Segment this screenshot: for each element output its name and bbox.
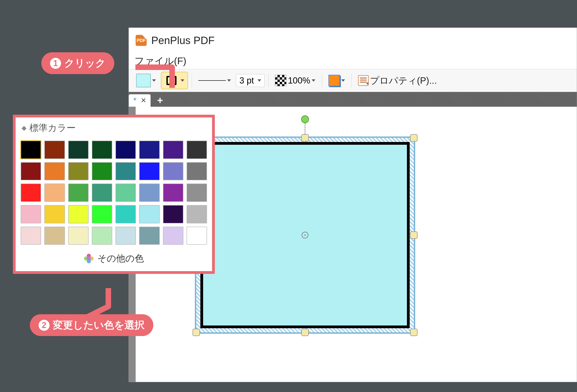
color-grid	[16, 138, 212, 247]
app-pdf-icon: PDF	[136, 35, 147, 46]
color-swatch[interactable]	[139, 184, 159, 202]
color-swatch[interactable]	[139, 227, 159, 245]
line-weight-value: 3 pt	[239, 76, 254, 86]
resize-handle-top-right[interactable]	[410, 134, 418, 141]
color-swatch[interactable]	[163, 162, 183, 181]
line-style-group[interactable]	[196, 71, 234, 90]
resize-handle-bottom-right[interactable]	[410, 329, 418, 336]
toolbar-separator	[268, 74, 269, 87]
color-swatch[interactable]	[92, 227, 112, 245]
callout-text-1: クリック	[64, 56, 106, 70]
chevron-down-icon[interactable]	[341, 79, 345, 82]
color-swatch[interactable]	[44, 184, 65, 202]
toolbar: 3 pt 100% プロパティ(P)...	[129, 69, 577, 92]
color-swatch[interactable]	[21, 141, 41, 159]
color-swatch[interactable]	[139, 205, 159, 223]
resize-handle-bottom-left[interactable]	[193, 329, 200, 336]
color-swatch[interactable]	[21, 227, 41, 245]
rotation-connector	[305, 123, 305, 134]
callout-number-2: 2	[38, 320, 50, 331]
chevron-down-icon	[257, 79, 261, 82]
color-swatch[interactable]	[187, 141, 207, 159]
blend-swatch-icon	[328, 75, 340, 86]
resize-handle-right[interactable]	[410, 231, 418, 239]
toolbar-separator	[322, 74, 322, 87]
tab-add-button[interactable]: +	[154, 94, 166, 107]
tabbar: * × +	[129, 92, 577, 107]
color-swatch[interactable]	[44, 227, 65, 245]
chevron-down-icon[interactable]	[227, 79, 231, 82]
opacity-checker-icon	[275, 75, 287, 86]
color-swatch[interactable]	[115, 205, 136, 223]
tab-dirty-mark: *	[133, 96, 136, 105]
color-swatch[interactable]	[44, 141, 65, 159]
color-swatch[interactable]	[68, 227, 89, 245]
color-picker-popup: ◆ 標準カラー その他の色	[13, 115, 215, 274]
color-swatch[interactable]	[21, 162, 41, 181]
color-swatch[interactable]	[163, 141, 183, 159]
color-swatch[interactable]	[187, 205, 207, 223]
selected-shape[interactable]	[195, 136, 415, 334]
diamond-icon: ◆	[22, 124, 27, 132]
color-swatch[interactable]	[68, 184, 89, 202]
menubar: ファイル(F)	[129, 53, 577, 69]
center-marker	[302, 232, 308, 238]
rotation-handle[interactable]	[301, 115, 309, 123]
color-wheel-icon	[84, 254, 94, 263]
callout-number-1: 1	[50, 58, 61, 69]
properties-label: プロパティ(P)...	[370, 74, 437, 87]
color-swatch[interactable]	[139, 141, 159, 159]
color-popup-header: ◆ 標準カラー	[16, 117, 212, 138]
more-colors-label: その他の色	[97, 252, 144, 265]
color-swatch[interactable]	[139, 162, 159, 181]
color-swatch[interactable]	[115, 184, 136, 202]
color-swatch[interactable]	[163, 184, 183, 202]
color-swatch[interactable]	[115, 162, 136, 181]
color-swatch[interactable]	[187, 227, 207, 245]
more-colors-button[interactable]: その他の色	[16, 247, 212, 266]
color-swatch[interactable]	[21, 184, 41, 202]
toolbar-separator	[192, 74, 192, 87]
color-swatch[interactable]	[92, 205, 112, 223]
callout-connector-1	[135, 67, 177, 90]
tab-close-button[interactable]: ×	[141, 96, 146, 105]
resize-handle-bottom[interactable]	[301, 329, 309, 336]
color-swatch[interactable]	[115, 227, 136, 245]
color-swatch[interactable]	[92, 162, 112, 181]
color-swatch[interactable]	[68, 141, 89, 159]
callout-step-2: 2 変更したい色を選択	[30, 314, 153, 336]
resize-handle-top[interactable]	[301, 134, 309, 141]
line-style-preview	[198, 80, 226, 81]
color-swatch[interactable]	[44, 205, 65, 223]
chevron-down-icon[interactable]	[181, 79, 184, 82]
titlebar: PDF PenPlus PDF	[129, 28, 577, 53]
color-swatch[interactable]	[21, 205, 41, 223]
color-swatch[interactable]	[68, 162, 89, 181]
app-title: PenPlus PDF	[151, 34, 215, 47]
color-swatch[interactable]	[163, 227, 183, 245]
chevron-down-icon[interactable]	[312, 79, 315, 82]
standard-colors-label: 標準カラー	[29, 122, 76, 134]
color-swatch[interactable]	[92, 184, 112, 202]
color-swatch[interactable]	[163, 205, 183, 223]
opacity-group[interactable]: 100%	[272, 71, 318, 90]
callout-text-2: 変更したい色を選択	[53, 318, 144, 332]
line-weight-combo[interactable]: 3 pt	[236, 74, 265, 87]
toolbar-separator	[351, 74, 352, 87]
document-tab[interactable]: * ×	[129, 94, 150, 107]
callout-step-1: 1 クリック	[41, 52, 114, 74]
properties-icon	[358, 75, 369, 86]
color-swatch[interactable]	[44, 162, 65, 181]
color-swatch[interactable]	[187, 162, 207, 181]
color-swatch[interactable]	[187, 184, 207, 202]
opacity-value: 100%	[288, 76, 310, 86]
color-swatch[interactable]	[115, 141, 136, 159]
blend-color-group[interactable]	[326, 71, 348, 90]
color-swatch[interactable]	[92, 141, 112, 159]
color-swatch[interactable]	[68, 205, 89, 223]
properties-button[interactable]: プロパティ(P)...	[355, 71, 440, 90]
